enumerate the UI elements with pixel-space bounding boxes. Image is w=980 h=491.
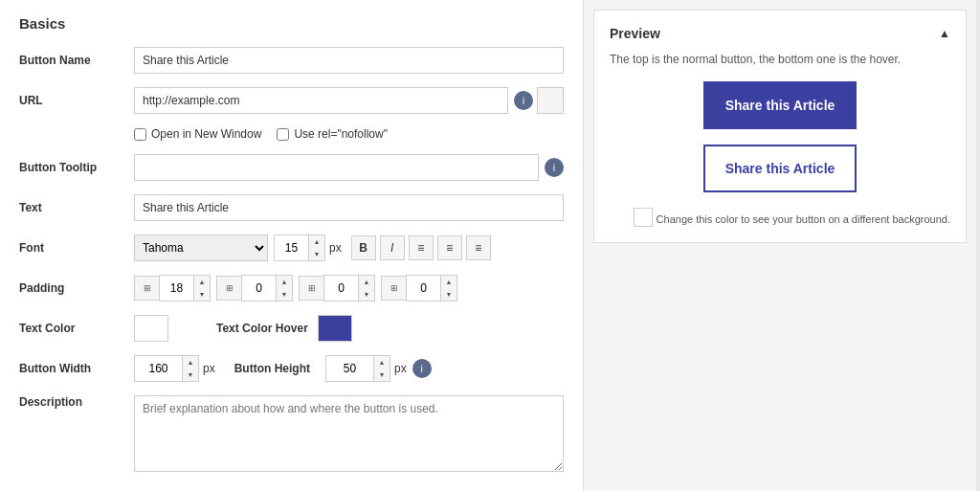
align-right-button[interactable]: ≡ bbox=[466, 235, 491, 260]
align-center-icon: ≡ bbox=[446, 241, 453, 255]
button-height-down[interactable]: ▼ bbox=[374, 368, 390, 381]
font-size-down[interactable]: ▼ bbox=[309, 248, 324, 260]
padding-bottom-group: ⊞ ▲ ▼ bbox=[299, 275, 375, 301]
padding-right-group: ⊞ ▲ ▼ bbox=[216, 275, 293, 301]
preview-button-normal[interactable]: Share this Article bbox=[703, 81, 857, 129]
padding-right-up[interactable]: ▲ bbox=[277, 276, 292, 288]
text-input[interactable] bbox=[134, 194, 564, 221]
text-row: Text bbox=[19, 194, 564, 221]
button-height-input[interactable] bbox=[325, 355, 373, 382]
button-height-up[interactable]: ▲ bbox=[374, 356, 390, 368]
preview-collapse-button[interactable]: ▲ bbox=[939, 27, 950, 40]
text-color-swatch[interactable] bbox=[134, 315, 168, 342]
align-left-button[interactable]: ≡ bbox=[409, 235, 434, 260]
align-right-icon: ≡ bbox=[475, 241, 481, 255]
tooltip-info-icon[interactable]: i bbox=[545, 158, 564, 177]
button-name-row: Button Name bbox=[19, 47, 564, 74]
main-panel: Basics Button Name URL i Open in New Win… bbox=[0, 0, 584, 491]
padding-bottom-icon: ⊞ bbox=[299, 276, 323, 301]
padding-top-down[interactable]: ▼ bbox=[194, 288, 210, 301]
padding-right-spinners: ▲ ▼ bbox=[276, 275, 293, 301]
url-info-icon[interactable]: i bbox=[514, 91, 533, 110]
button-width-label: Button Width bbox=[19, 362, 134, 375]
checkbox-row: Open in New Window Use rel="nofollow" bbox=[134, 127, 564, 141]
padding-right-input[interactable] bbox=[241, 275, 276, 301]
button-width-unit: px bbox=[203, 362, 215, 375]
preview-bg-hint: Change this color to see your button on … bbox=[657, 213, 950, 225]
padding-top-icon: ⊞ bbox=[134, 276, 159, 301]
font-size-input[interactable] bbox=[274, 234, 308, 261]
url-extra-btn[interactable] bbox=[537, 87, 564, 114]
padding-right-down[interactable]: ▼ bbox=[277, 288, 292, 301]
font-label: Font bbox=[19, 241, 134, 255]
font-size-up[interactable]: ▲ bbox=[309, 235, 324, 248]
url-label: URL bbox=[19, 94, 134, 107]
nofollow-label[interactable]: Use rel="nofollow" bbox=[277, 127, 388, 141]
font-row: Font Tahoma ▲ ▼ px B I ≡ ≡ ≡ bbox=[19, 234, 564, 261]
text-color-row: Text Color Text Color Hover bbox=[19, 315, 564, 342]
button-height-info-icon[interactable]: i bbox=[412, 359, 432, 378]
open-new-window-checkbox[interactable] bbox=[134, 128, 146, 141]
padding-left-icon: ⊞ bbox=[381, 276, 406, 301]
padding-left-spinners: ▲ ▼ bbox=[440, 275, 457, 301]
preview-panel: Preview ▲ The top is the normal button, … bbox=[584, 0, 976, 491]
align-center-button[interactable]: ≡ bbox=[437, 235, 462, 260]
nofollow-checkbox[interactable] bbox=[277, 128, 289, 141]
text-color-hover-label: Text Color Hover bbox=[216, 322, 308, 335]
button-height-label: Button Height bbox=[234, 362, 310, 375]
open-new-window-label[interactable]: Open in New Window bbox=[134, 127, 261, 141]
button-name-input[interactable] bbox=[134, 47, 564, 74]
text-label: Text bbox=[19, 201, 134, 214]
description-textarea[interactable] bbox=[134, 395, 564, 472]
preview-button-hover[interactable]: Share this Article bbox=[703, 145, 857, 192]
bold-button[interactable]: B bbox=[351, 235, 376, 260]
button-height-spinners: ▲ ▼ bbox=[373, 355, 390, 382]
padding-right-icon: ⊞ bbox=[216, 276, 241, 301]
preview-box: Preview ▲ The top is the normal button, … bbox=[593, 10, 967, 243]
padding-left-down[interactable]: ▼ bbox=[441, 288, 457, 301]
preview-title: Preview bbox=[610, 26, 660, 41]
description-label: Description bbox=[19, 395, 134, 409]
button-width-spinners: ▲ ▼ bbox=[182, 355, 199, 382]
padding-top-input[interactable] bbox=[159, 275, 193, 301]
padding-bottom-up[interactable]: ▲ bbox=[359, 276, 374, 288]
align-left-icon: ≡ bbox=[417, 241, 424, 255]
dimension-row: Button Width ▲ ▼ px Button Height ▲ ▼ px… bbox=[19, 355, 564, 382]
tooltip-input[interactable] bbox=[134, 154, 539, 181]
format-buttons: B I ≡ ≡ ≡ bbox=[351, 235, 491, 260]
url-row: URL i bbox=[19, 87, 564, 114]
preview-bg-swatch[interactable] bbox=[634, 208, 653, 227]
url-input[interactable] bbox=[134, 87, 508, 114]
button-name-label: Button Name bbox=[19, 54, 134, 67]
button-width-input[interactable] bbox=[134, 355, 182, 382]
font-family-select[interactable]: Tahoma bbox=[134, 234, 268, 261]
font-size-group: ▲ ▼ px bbox=[274, 234, 342, 261]
padding-bottom-input[interactable] bbox=[323, 275, 358, 301]
padding-label: Padding bbox=[19, 281, 134, 295]
padding-top-up[interactable]: ▲ bbox=[194, 276, 210, 288]
preview-hint: The top is the normal button, the bottom… bbox=[610, 53, 950, 66]
padding-left-up[interactable]: ▲ bbox=[441, 276, 457, 288]
button-height-unit: px bbox=[394, 362, 407, 375]
font-size-unit: px bbox=[329, 241, 342, 255]
button-width-up[interactable]: ▲ bbox=[183, 356, 198, 368]
padding-left-group: ⊞ ▲ ▼ bbox=[381, 275, 457, 301]
button-width-down[interactable]: ▼ bbox=[183, 368, 198, 381]
padding-top-spinners: ▲ ▼ bbox=[193, 275, 211, 301]
padding-bottom-spinners: ▲ ▼ bbox=[358, 275, 375, 301]
tooltip-label: Button Tooltip bbox=[19, 161, 134, 174]
tooltip-row: Button Tooltip i bbox=[19, 154, 564, 181]
preview-header: Preview ▲ bbox=[610, 26, 950, 41]
description-row: Description bbox=[19, 395, 564, 472]
padding-bottom-down[interactable]: ▼ bbox=[359, 288, 374, 301]
padding-left-input[interactable] bbox=[406, 275, 440, 301]
italic-button[interactable]: I bbox=[380, 235, 405, 260]
section-title: Basics bbox=[19, 15, 564, 32]
font-size-spinners: ▲ ▼ bbox=[308, 234, 325, 261]
padding-row: Padding ⊞ ▲ ▼ ⊞ ▲ ▼ ⊞ ▲ ▼ ⊞ bbox=[19, 275, 564, 301]
padding-top-group: ⊞ ▲ ▼ bbox=[134, 275, 211, 301]
text-color-hover-swatch[interactable] bbox=[318, 315, 352, 342]
text-color-label: Text Color bbox=[19, 322, 134, 335]
